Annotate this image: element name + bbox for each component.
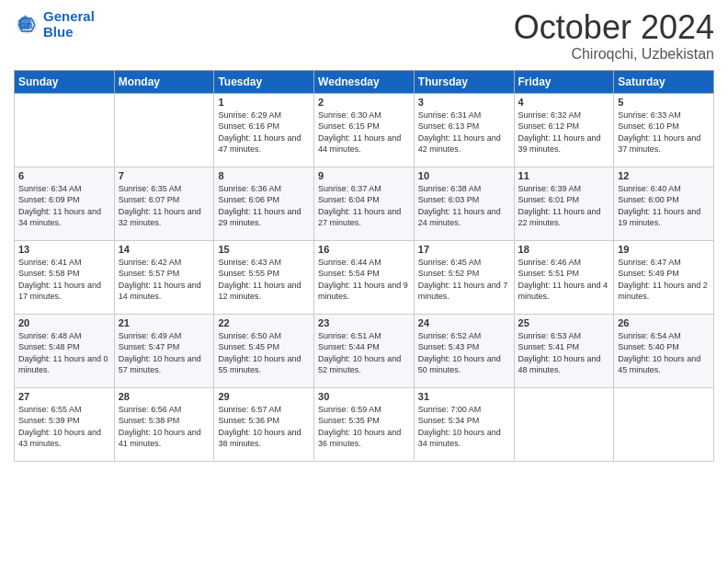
day-number: 31 — [418, 391, 510, 402]
calendar-week-row: 6Sunrise: 6:34 AMSunset: 6:09 PMDaylight… — [15, 167, 714, 240]
calendar-table: SundayMondayTuesdayWednesdayThursdayFrid… — [14, 70, 714, 462]
day-number: 20 — [18, 317, 110, 328]
cell-content: Sunrise: 6:36 AMSunset: 6:06 PMDaylight:… — [218, 183, 310, 229]
day-of-week-header: Friday — [514, 70, 614, 93]
cell-content: Sunrise: 6:47 AMSunset: 5:49 PMDaylight:… — [618, 257, 710, 303]
day-number: 4 — [518, 97, 610, 108]
calendar-cell: 5Sunrise: 6:33 AMSunset: 6:10 PMDaylight… — [614, 93, 714, 167]
calendar-cell: 12Sunrise: 6:40 AMSunset: 6:00 PMDayligh… — [614, 167, 714, 240]
day-number: 5 — [618, 97, 710, 108]
day-of-week-header: Tuesday — [214, 70, 314, 93]
calendar-header-row: SundayMondayTuesdayWednesdayThursdayFrid… — [15, 70, 714, 93]
cell-content: Sunrise: 6:51 AMSunset: 5:44 PMDaylight:… — [318, 330, 410, 376]
day-number: 12 — [618, 170, 710, 181]
calendar-cell — [514, 387, 614, 461]
day-number: 11 — [518, 170, 610, 181]
day-number: 10 — [418, 170, 510, 181]
day-number: 24 — [418, 317, 510, 328]
calendar-cell: 18Sunrise: 6:46 AMSunset: 5:51 PMDayligh… — [514, 240, 614, 314]
calendar-cell: 17Sunrise: 6:45 AMSunset: 5:52 PMDayligh… — [414, 240, 514, 314]
calendar-cell: 11Sunrise: 6:39 AMSunset: 6:01 PMDayligh… — [514, 167, 614, 240]
calendar-cell: 10Sunrise: 6:38 AMSunset: 6:03 PMDayligh… — [414, 167, 514, 240]
calendar-body: 1Sunrise: 6:29 AMSunset: 6:16 PMDaylight… — [15, 93, 714, 461]
month-title: October 2024 — [514, 9, 714, 46]
calendar-cell: 24Sunrise: 6:52 AMSunset: 5:43 PMDayligh… — [414, 314, 514, 387]
cell-content: Sunrise: 6:49 AMSunset: 5:47 PMDaylight:… — [119, 330, 210, 376]
day-number: 28 — [119, 391, 210, 402]
calendar-cell — [614, 387, 714, 461]
calendar-cell: 7Sunrise: 6:35 AMSunset: 6:07 PMDaylight… — [114, 167, 214, 240]
calendar-cell: 23Sunrise: 6:51 AMSunset: 5:44 PMDayligh… — [314, 314, 415, 387]
day-number: 29 — [218, 391, 310, 402]
cell-content: Sunrise: 6:29 AMSunset: 6:16 PMDaylight:… — [218, 109, 310, 155]
calendar-cell: 3Sunrise: 6:31 AMSunset: 6:13 PMDaylight… — [414, 93, 514, 167]
day-number: 27 — [18, 391, 110, 402]
cell-content: Sunrise: 6:57 AMSunset: 5:36 PMDaylight:… — [218, 404, 310, 450]
cell-content: Sunrise: 6:32 AMSunset: 6:12 PMDaylight:… — [518, 109, 610, 155]
day-number: 8 — [218, 170, 310, 181]
calendar-cell: 13Sunrise: 6:41 AMSunset: 5:58 PMDayligh… — [15, 240, 115, 314]
day-number: 14 — [119, 244, 210, 255]
calendar-cell: 22Sunrise: 6:50 AMSunset: 5:45 PMDayligh… — [214, 314, 314, 387]
location-subtitle: Chiroqchi, Uzbekistan — [514, 46, 714, 63]
cell-content: Sunrise: 6:59 AMSunset: 5:35 PMDaylight:… — [318, 404, 410, 450]
day-of-week-header: Wednesday — [314, 70, 415, 93]
logo-text: General Blue — [43, 9, 95, 40]
page: GB General Blue October 2024 Chiroqchi, … — [0, 0, 728, 563]
cell-content: Sunrise: 7:00 AMSunset: 5:34 PMDaylight:… — [418, 404, 510, 450]
cell-content: Sunrise: 6:42 AMSunset: 5:57 PMDaylight:… — [119, 257, 210, 303]
calendar-cell: 26Sunrise: 6:54 AMSunset: 5:40 PMDayligh… — [614, 314, 714, 387]
logo: GB General Blue — [14, 9, 95, 40]
calendar-cell: 16Sunrise: 6:44 AMSunset: 5:54 PMDayligh… — [314, 240, 415, 314]
calendar-week-row: 20Sunrise: 6:48 AMSunset: 5:48 PMDayligh… — [15, 314, 714, 387]
calendar-week-row: 1Sunrise: 6:29 AMSunset: 6:16 PMDaylight… — [15, 93, 714, 167]
cell-content: Sunrise: 6:48 AMSunset: 5:48 PMDaylight:… — [18, 330, 110, 376]
day-number: 15 — [218, 244, 310, 255]
calendar-cell: 2Sunrise: 6:30 AMSunset: 6:15 PMDaylight… — [314, 93, 415, 167]
day-number: 19 — [618, 244, 710, 255]
cell-content: Sunrise: 6:45 AMSunset: 5:52 PMDaylight:… — [418, 257, 510, 303]
calendar-cell — [15, 93, 115, 167]
day-of-week-header: Saturday — [614, 70, 714, 93]
calendar-cell: 15Sunrise: 6:43 AMSunset: 5:55 PMDayligh… — [214, 240, 314, 314]
day-of-week-header: Sunday — [15, 70, 115, 93]
day-number: 23 — [318, 317, 410, 328]
cell-content: Sunrise: 6:38 AMSunset: 6:03 PMDaylight:… — [418, 183, 510, 229]
calendar-cell: 9Sunrise: 6:37 AMSunset: 6:04 PMDaylight… — [314, 167, 415, 240]
day-number: 18 — [518, 244, 610, 255]
day-number: 22 — [218, 317, 310, 328]
cell-content: Sunrise: 6:46 AMSunset: 5:51 PMDaylight:… — [518, 257, 610, 303]
day-number: 30 — [318, 391, 410, 402]
cell-content: Sunrise: 6:40 AMSunset: 6:00 PMDaylight:… — [618, 183, 710, 229]
cell-content: Sunrise: 6:50 AMSunset: 5:45 PMDaylight:… — [218, 330, 310, 376]
cell-content: Sunrise: 6:30 AMSunset: 6:15 PMDaylight:… — [318, 109, 410, 155]
calendar-cell: 30Sunrise: 6:59 AMSunset: 5:35 PMDayligh… — [314, 387, 415, 461]
day-number: 1 — [218, 97, 310, 108]
cell-content: Sunrise: 6:33 AMSunset: 6:10 PMDaylight:… — [618, 109, 710, 155]
cell-content: Sunrise: 6:39 AMSunset: 6:01 PMDaylight:… — [518, 183, 610, 229]
calendar-cell: 6Sunrise: 6:34 AMSunset: 6:09 PMDaylight… — [15, 167, 115, 240]
cell-content: Sunrise: 6:54 AMSunset: 5:40 PMDaylight:… — [618, 330, 710, 376]
cell-content: Sunrise: 6:41 AMSunset: 5:58 PMDaylight:… — [18, 257, 110, 303]
cell-content: Sunrise: 6:31 AMSunset: 6:13 PMDaylight:… — [418, 109, 510, 155]
calendar-cell: 4Sunrise: 6:32 AMSunset: 6:12 PMDaylight… — [514, 93, 614, 167]
calendar-cell: 14Sunrise: 6:42 AMSunset: 5:57 PMDayligh… — [114, 240, 214, 314]
day-number: 26 — [618, 317, 710, 328]
calendar-cell: 29Sunrise: 6:57 AMSunset: 5:36 PMDayligh… — [214, 387, 314, 461]
day-number: 16 — [318, 244, 410, 255]
cell-content: Sunrise: 6:37 AMSunset: 6:04 PMDaylight:… — [318, 183, 410, 229]
cell-content: Sunrise: 6:52 AMSunset: 5:43 PMDaylight:… — [418, 330, 510, 376]
calendar-cell: 25Sunrise: 6:53 AMSunset: 5:41 PMDayligh… — [514, 314, 614, 387]
header: GB General Blue October 2024 Chiroqchi, … — [14, 9, 714, 63]
cell-content: Sunrise: 6:34 AMSunset: 6:09 PMDaylight:… — [18, 183, 110, 229]
calendar-cell: 28Sunrise: 6:56 AMSunset: 5:38 PMDayligh… — [114, 387, 214, 461]
day-number: 21 — [119, 317, 210, 328]
day-number: 25 — [518, 317, 610, 328]
day-number: 3 — [418, 97, 510, 108]
day-number: 13 — [18, 244, 110, 255]
cell-content: Sunrise: 6:55 AMSunset: 5:39 PMDaylight:… — [18, 404, 110, 450]
calendar-cell: 20Sunrise: 6:48 AMSunset: 5:48 PMDayligh… — [15, 314, 115, 387]
calendar-cell: 27Sunrise: 6:55 AMSunset: 5:39 PMDayligh… — [15, 387, 115, 461]
calendar-cell: 21Sunrise: 6:49 AMSunset: 5:47 PMDayligh… — [114, 314, 214, 387]
cell-content: Sunrise: 6:35 AMSunset: 6:07 PMDaylight:… — [119, 183, 210, 229]
